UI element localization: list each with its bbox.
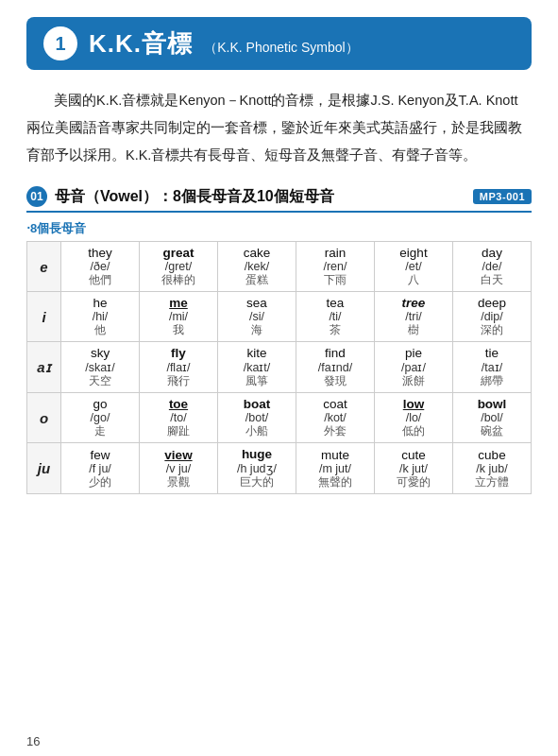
- word-english: they: [67, 246, 133, 260]
- word-english: day: [459, 246, 525, 260]
- word-zh: 發現: [302, 374, 368, 388]
- header-title: K.K.音標 （K.K. Phonetic Symbol）: [89, 27, 359, 60]
- word-zh: 可愛的: [380, 475, 447, 490]
- word-english: few: [67, 448, 133, 462]
- word-cell: day/de/白天: [453, 242, 532, 292]
- word-zh: 下雨: [302, 273, 368, 287]
- mp3-badge: MP3-001: [473, 189, 532, 204]
- word-cell: coat/kot/外套: [296, 393, 375, 443]
- word-phonetic: /flaɪ/: [145, 360, 211, 374]
- word-phonetic: /ti/: [302, 310, 368, 323]
- word-english: tree: [380, 296, 447, 310]
- word-phonetic: /ðe/: [67, 260, 133, 273]
- word-cell: few/f ju/少的: [61, 443, 140, 494]
- word-phonetic: /ren/: [302, 260, 368, 273]
- word-phonetic: /m jut/: [302, 462, 368, 475]
- word-english: eight: [380, 246, 447, 260]
- word-english: cute: [380, 448, 447, 462]
- word-zh: 派餅: [380, 374, 447, 388]
- word-cell: pie/paɪ/派餅: [375, 342, 453, 393]
- word-english: view: [145, 448, 211, 462]
- word-cell: tree/tri/樹: [375, 292, 453, 342]
- section-label: 母音（Vowel）：8個長母音及10個短母音: [55, 187, 334, 207]
- word-cell: find/faɪnd/發現: [296, 342, 375, 393]
- section-num: 01: [26, 186, 47, 207]
- word-zh: 綁帶: [459, 374, 525, 388]
- word-zh: 低的: [380, 424, 447, 438]
- word-english: bowl: [459, 397, 525, 411]
- word-zh: 巨大的: [224, 475, 290, 490]
- word-zh: 白天: [459, 273, 525, 287]
- header-banner: 1 K.K.音標 （K.K. Phonetic Symbol）: [26, 17, 532, 70]
- word-phonetic: /f ju/: [67, 462, 133, 475]
- phonetic-table: ethey/ðe/他們great/gret/很棒的cake/kek/蛋糕rain…: [26, 241, 532, 494]
- word-phonetic: /et/: [380, 260, 447, 273]
- word-phonetic: /dip/: [459, 310, 525, 323]
- word-zh: 天空: [67, 374, 133, 388]
- word-cell: bowl/bol/碗盆: [453, 393, 532, 443]
- word-phonetic: /de/: [459, 260, 525, 273]
- word-phonetic: /bol/: [459, 411, 525, 424]
- word-cell: he/hi/他: [61, 292, 140, 342]
- word-english: rain: [302, 246, 368, 260]
- word-zh: 腳趾: [145, 424, 211, 438]
- word-phonetic: /skaɪ/: [67, 360, 133, 374]
- word-english: huge: [224, 447, 290, 461]
- word-zh: 無聲的: [302, 475, 368, 490]
- word-phonetic: /mi/: [145, 310, 211, 323]
- word-zh: 小船: [224, 424, 290, 438]
- word-english: tea: [302, 296, 368, 310]
- sub-section-title: ‧8個長母音: [26, 220, 532, 237]
- word-zh: 蛋糕: [224, 273, 290, 287]
- word-cell: cake/kek/蛋糕: [218, 242, 296, 292]
- word-cell: eight/et/八: [375, 242, 453, 292]
- word-cell: rain/ren/下雨: [296, 242, 375, 292]
- word-zh: 景觀: [145, 475, 211, 490]
- word-english: kite: [224, 346, 290, 360]
- page-number: 16: [26, 734, 40, 748]
- word-english: deep: [459, 296, 525, 310]
- word-phonetic: /kot/: [302, 411, 368, 424]
- word-zh: 樹: [380, 323, 447, 337]
- row-label: o: [27, 393, 61, 443]
- word-cell: cube/k jub/立方體: [453, 443, 532, 494]
- word-phonetic: /faɪnd/: [302, 360, 368, 374]
- word-english: great: [145, 246, 211, 260]
- word-english: me: [145, 296, 211, 310]
- intro-paragraph: 美國的K.K.音標就是Kenyon－Knott的音標，是根據J.S. Kenyo…: [26, 87, 532, 169]
- word-zh: 碗盆: [459, 424, 525, 438]
- word-cell: deep/dip/深的: [453, 292, 532, 342]
- word-phonetic: /si/: [224, 310, 290, 323]
- word-cell: great/gret/很棒的: [140, 242, 218, 292]
- header-circle: 1: [43, 26, 77, 60]
- word-english: cube: [459, 448, 525, 462]
- word-cell: sea/si/海: [218, 292, 296, 342]
- word-zh: 我: [145, 323, 211, 337]
- word-zh: 立方體: [459, 475, 525, 490]
- word-cell: me/mi/我: [140, 292, 218, 342]
- word-phonetic: /k jut/: [380, 462, 447, 475]
- header-num: 1: [55, 33, 65, 55]
- word-phonetic: /taɪ/: [459, 360, 525, 374]
- row-label: aɪ: [27, 342, 61, 393]
- word-zh: 茶: [302, 323, 368, 337]
- word-english: mute: [302, 448, 368, 462]
- word-phonetic: /k jub/: [459, 462, 525, 475]
- word-cell: go/go/走: [61, 393, 140, 443]
- word-zh: 很棒的: [145, 273, 211, 287]
- row-label: ju: [27, 443, 61, 494]
- word-english: tie: [459, 346, 525, 360]
- word-phonetic: /gret/: [145, 260, 211, 273]
- word-english: sea: [224, 296, 290, 310]
- word-cell: low/lo/低的: [375, 393, 453, 443]
- word-english: boat: [224, 397, 290, 411]
- word-english: he: [67, 296, 133, 310]
- word-phonetic: /lo/: [380, 411, 447, 424]
- word-zh: 少的: [67, 475, 133, 490]
- word-zh: 他: [67, 323, 133, 337]
- word-english: go: [67, 397, 133, 411]
- word-cell: they/ðe/他們: [61, 242, 140, 292]
- word-cell: fly/flaɪ/飛行: [140, 342, 218, 393]
- word-phonetic: /hi/: [67, 310, 133, 323]
- word-zh: 海: [224, 323, 290, 337]
